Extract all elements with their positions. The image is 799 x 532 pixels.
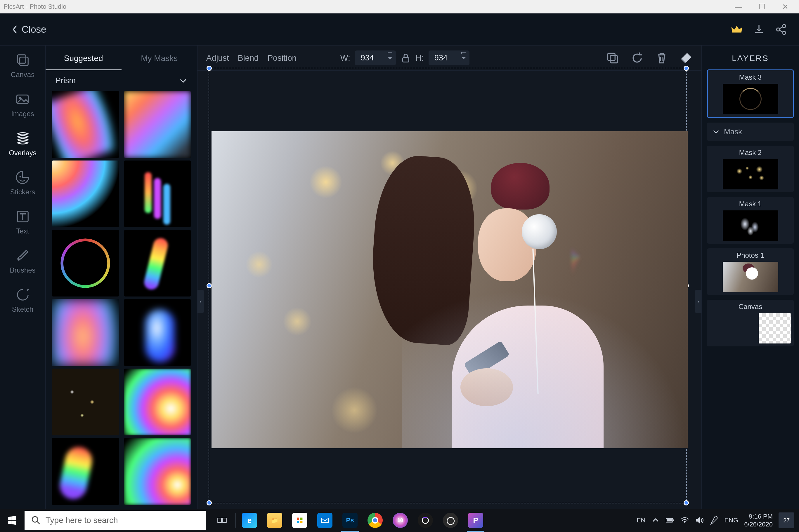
overlay-tabs: Suggested My Masks (46, 45, 197, 70)
taskbar-app-edge[interactable]: e (238, 509, 261, 532)
start-button[interactable] (2, 509, 23, 532)
layer-item[interactable]: Mask 2 (707, 146, 794, 192)
overlay-thumb[interactable] (124, 368, 191, 435)
taskbar-app-generic2[interactable] (414, 509, 437, 532)
pen-icon[interactable] (710, 516, 719, 525)
tool-stickers-label: Stickers (10, 188, 35, 196)
overlay-thumb[interactable] (52, 230, 119, 297)
tool-images[interactable]: Images (11, 92, 34, 118)
tab-suggested[interactable]: Suggested (46, 45, 122, 70)
resize-handle-bl[interactable] (206, 500, 212, 506)
layer-item[interactable]: Photos 1 (707, 248, 794, 295)
overlay-thumb[interactable] (52, 160, 119, 227)
battery-icon[interactable] (666, 516, 674, 525)
wifi-icon[interactable] (680, 516, 689, 525)
overlay-thumb[interactable] (52, 438, 119, 505)
resize-handle-tr[interactable] (684, 66, 689, 71)
height-input[interactable] (429, 51, 470, 65)
share-icon[interactable] (775, 23, 787, 36)
taskbar-app-mail[interactable] (313, 509, 337, 532)
overlay-thumb[interactable] (124, 91, 191, 158)
taskbar-app-generic1[interactable]: 10 (388, 509, 412, 532)
collapse-left-button[interactable]: ‹ (198, 290, 204, 313)
position-button[interactable]: Position (267, 53, 296, 63)
blend-button[interactable]: Blend (238, 53, 259, 63)
tool-canvas[interactable]: Canvas (11, 53, 35, 79)
resize-handle-ml[interactable] (206, 283, 212, 288)
close-button[interactable]: Close (12, 24, 46, 35)
crown-icon[interactable] (731, 23, 743, 36)
tool-brushes[interactable]: Brushes (10, 248, 35, 274)
taskbar-app-explorer[interactable]: 📁 (263, 509, 286, 532)
svg-rect-20 (321, 518, 328, 522)
svg-point-9 (18, 258, 20, 261)
tab-my-masks[interactable]: My Masks (122, 45, 198, 70)
download-icon[interactable] (753, 23, 765, 36)
mask-group-label: Mask (724, 127, 742, 136)
images-icon (15, 92, 30, 107)
layer-label: Photos 1 (737, 251, 764, 260)
window-maximize-button[interactable]: ☐ (755, 2, 769, 12)
taskbar-app-photoshop[interactable]: Ps (338, 509, 362, 532)
width-input[interactable] (355, 51, 396, 65)
canvas-icon (15, 53, 30, 68)
delete-icon[interactable] (655, 52, 668, 64)
task-view-button[interactable] (210, 509, 234, 532)
tool-stickers[interactable]: Stickers (10, 170, 35, 196)
layer-thumb (723, 210, 778, 241)
overlay-thumb[interactable] (124, 160, 191, 227)
tray-clock[interactable]: 9:16 PM 6/26/2020 (744, 512, 773, 529)
layer-item[interactable]: Mask 1 (707, 197, 794, 244)
taskbar-search[interactable]: Type here to search (24, 511, 206, 530)
taskview-icon (217, 515, 227, 526)
canvas-image[interactable] (212, 131, 688, 448)
adjust-button[interactable]: Adjust (206, 53, 229, 63)
overlay-thumb[interactable] (52, 91, 119, 158)
tool-images-label: Images (11, 110, 34, 118)
canvas-viewport[interactable]: ‹ › (198, 71, 702, 509)
volume-icon[interactable] (695, 516, 704, 525)
resize-handle-tl[interactable] (206, 66, 212, 71)
taskbar-app-picsart[interactable]: P (464, 509, 487, 532)
taskbar-app-chrome[interactable] (363, 509, 387, 532)
taskbar-app-store[interactable] (288, 509, 311, 532)
layer-label: Canvas (739, 303, 762, 311)
tool-overlays[interactable]: Overlays (9, 131, 37, 157)
window-minimize-button[interactable]: — (731, 2, 746, 12)
overlay-thumb[interactable] (52, 368, 119, 435)
eraser-icon[interactable] (680, 52, 693, 64)
tray-lang2[interactable]: ENG (724, 516, 738, 524)
tool-sketch[interactable]: Sketch (12, 287, 33, 314)
duplicate-icon[interactable] (606, 52, 619, 64)
window-close-button[interactable]: ✕ (778, 2, 793, 12)
svg-rect-18 (297, 521, 299, 523)
sketch-icon (15, 287, 30, 302)
windows-taskbar: Type here to search e 📁 Ps 10 ◯ P EN ENG… (0, 509, 799, 532)
layer-thumb (723, 262, 778, 292)
resize-handle-br[interactable] (684, 500, 689, 506)
notif-count: 27 (783, 517, 789, 524)
layer-item[interactable]: Canvas (707, 300, 794, 346)
notification-button[interactable]: 27 (779, 512, 794, 528)
overlay-thumb[interactable] (124, 299, 191, 366)
taskbar-app-generic3[interactable]: ◯ (439, 509, 462, 532)
stickers-icon (15, 170, 30, 185)
tray-lang1[interactable]: EN (637, 516, 646, 524)
mask-group-toggle[interactable]: Mask (707, 122, 794, 141)
tray-time: 9:16 PM (744, 512, 773, 520)
tool-text[interactable]: Text (15, 209, 30, 235)
overlay-thumb[interactable] (124, 438, 191, 505)
tray-chevron-up-icon[interactable] (651, 516, 660, 525)
reset-icon[interactable] (631, 52, 643, 64)
layer-item[interactable]: Mask 3 (707, 70, 794, 118)
layer-label: Mask 1 (739, 200, 762, 208)
collapse-right-button[interactable]: › (695, 290, 702, 313)
overlay-thumb[interactable] (52, 299, 119, 366)
overlay-thumb[interactable] (124, 230, 191, 297)
svg-rect-10 (403, 57, 409, 62)
tool-brushes-label: Brushes (10, 266, 35, 274)
lock-icon[interactable] (401, 53, 411, 63)
overlays-icon (15, 131, 30, 146)
close-label: Close (22, 24, 46, 35)
category-dropdown[interactable]: Prism (46, 70, 197, 91)
